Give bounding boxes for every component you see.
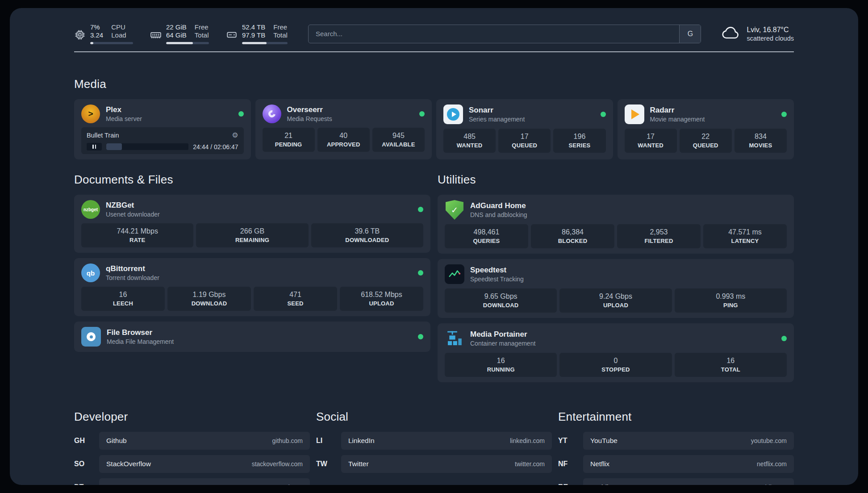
- bookmark-row: SO StackOverflow stackoverflow.com: [74, 455, 310, 473]
- search-provider-button[interactable]: G: [679, 25, 701, 43]
- radarr-icon: [625, 104, 644, 124]
- section-title-utilities: Utilities: [438, 173, 794, 187]
- bookmark-youtube[interactable]: YouTube youtube.com: [583, 432, 794, 450]
- now-playing-title: Bullet Train: [87, 132, 119, 139]
- service-card-speedtest[interactable]: Speedtest Speedtest Tracking 9.65 Gbps D…: [438, 259, 794, 318]
- bookmark-row: DT DEV dev.to: [74, 478, 310, 485]
- stat-label: STOPPED: [561, 366, 670, 373]
- bookmark-abbr: GH: [74, 437, 99, 445]
- section-title-documents: Documents & Files: [74, 173, 430, 187]
- seek-bar[interactable]: [106, 143, 188, 150]
- stat-tile: 485 WANTED: [443, 129, 496, 153]
- bookmark-abbr: YT: [558, 437, 583, 445]
- filebrowser-header: File Browser Media File Management: [81, 327, 423, 347]
- stat-value: 86,384: [533, 228, 613, 237]
- media-grid: > Plex Media server Bullet Train ⚙: [74, 99, 794, 159]
- stat-label: AVAILABLE: [374, 141, 423, 148]
- bookmark-linkedin[interactable]: LinkedIn linkedin.com: [341, 432, 552, 450]
- nzbget-icon: nzbget: [81, 200, 100, 219]
- portainer-icon: [445, 329, 464, 348]
- seek-bar-fill: [106, 143, 122, 150]
- bookmark-url: dev.to: [286, 484, 303, 485]
- search-bar: G: [308, 25, 701, 43]
- cpu-load-value: 3.24: [90, 31, 103, 39]
- qbittorrent-icon: qb: [81, 263, 100, 282]
- stat-label: BLOCKED: [533, 237, 613, 245]
- nzbget-icon-label: nzbget: [83, 207, 98, 212]
- bookmarks-developer: Developer GH Github github.com SO StackO…: [74, 410, 310, 485]
- service-card-adguard[interactable]: ✓ AdGuard Home DNS and adblocking 498,46…: [438, 195, 794, 254]
- stat-label: REMAINING: [198, 236, 306, 244]
- bookmark-stackoverflow[interactable]: StackOverflow stackoverflow.com: [99, 455, 310, 473]
- radarr-header: Radarr Movie management: [625, 104, 787, 124]
- section-title-social: Social: [316, 410, 552, 424]
- stat-label: WANTED: [626, 142, 675, 149]
- memory-free-value: 22 GiB: [166, 23, 187, 31]
- bookmark-abbr: DT: [74, 483, 99, 485]
- stat-label: LATENCY: [705, 237, 785, 245]
- disk-usage-bar: [242, 42, 288, 44]
- status-dot: [419, 111, 425, 117]
- stat-label: QUEUED: [681, 142, 730, 149]
- cpu-usage-bar-fill: [90, 42, 93, 44]
- stat-label: DOWNLOADED: [313, 236, 421, 244]
- service-card-qbittorrent[interactable]: qb qBittorrent Torrent downloader 16: [74, 258, 430, 316]
- memory-total-value: 64 GiB: [166, 31, 187, 39]
- disk-free-value: 52.4 TB: [242, 23, 265, 31]
- memory-total-label: Total: [195, 31, 209, 39]
- nzbget-header: nzbget NZBGet Usenet downloader: [81, 200, 423, 219]
- stat-value: 2,953: [619, 228, 699, 237]
- stat-tile: 1.19 Gbps DOWNLOAD: [167, 287, 251, 311]
- search-provider-label: G: [688, 30, 693, 38]
- weather-widget[interactable]: Lviv, 16.87°C scattered clouds: [721, 25, 794, 43]
- bookmark-name: Netflix: [590, 460, 609, 468]
- service-card-portainer[interactable]: Media Portainer Container management 16 …: [438, 323, 794, 382]
- bookmark-name: StackOverflow: [106, 460, 151, 468]
- service-card-filebrowser[interactable]: File Browser Media File Management: [74, 322, 430, 352]
- sonarr-icon: [443, 104, 463, 124]
- stat-label: QUEUED: [500, 142, 549, 149]
- stat-tile: 16 RUNNING: [445, 353, 557, 377]
- stat-value: 0.993 ms: [676, 292, 785, 301]
- service-card-nzbget[interactable]: nzbget NZBGet Usenet downloader 744.21 M…: [74, 195, 430, 253]
- disk-usage-bar-fill: [242, 42, 267, 44]
- search-input[interactable]: [308, 25, 701, 43]
- stat-label: DOWNLOAD: [447, 301, 555, 309]
- stat-label: WANTED: [445, 142, 494, 149]
- service-description: Container management: [470, 339, 535, 347]
- pause-button[interactable]: [87, 143, 102, 150]
- bookmark-name: Twitter: [348, 460, 369, 468]
- stat-value: 0: [561, 356, 670, 365]
- disk-total-label: Total: [273, 31, 288, 39]
- service-card-radarr[interactable]: Radarr Movie management 17 WANTED 22 QUE…: [618, 99, 794, 159]
- service-name: NZBGet: [106, 201, 160, 210]
- service-name: Speedtest: [470, 265, 524, 275]
- service-description: DNS and adblocking: [470, 211, 527, 219]
- stat-tile: 2,953 FILTERED: [617, 224, 701, 248]
- stat-value: 618.52 Mbps: [342, 290, 421, 299]
- bookmark-twitter[interactable]: Twitter twitter.com: [341, 455, 552, 473]
- status-dot: [418, 207, 423, 212]
- stat-value: 16: [447, 356, 555, 365]
- stat-value: 9.24 Gbps: [561, 292, 670, 301]
- qbittorrent-icon-label: qb: [87, 269, 95, 277]
- portainer-header: Media Portainer Container management: [445, 329, 787, 348]
- bookmark-reddit[interactable]: Reddit reddit.com: [583, 478, 794, 485]
- bookmark-name: DEV: [106, 483, 121, 485]
- stat-value: 9.65 Gbps: [447, 292, 555, 301]
- memory-usage-bar: [166, 42, 209, 44]
- bookmark-github[interactable]: Github github.com: [99, 432, 310, 450]
- stat-tile: 0.993 ms PING: [675, 288, 787, 313]
- service-description: Speedtest Tracking: [470, 275, 524, 283]
- top-bar: 7% 3.24 CPU Load: [74, 23, 794, 44]
- bookmark-dev[interactable]: DEV dev.to: [99, 478, 310, 485]
- service-card-sonarr[interactable]: Sonarr Series management 485 WANTED 17 Q…: [436, 99, 613, 159]
- stat-value: 39.6 TB: [313, 227, 421, 236]
- bookmark-netflix[interactable]: Netflix netflix.com: [583, 455, 794, 473]
- bookmark-row: GH Github github.com: [74, 432, 310, 450]
- service-card-overseerr[interactable]: Overseerr Media Requests 21 PENDING 40 A…: [255, 99, 432, 159]
- stat-tile: 16 TOTAL: [675, 353, 787, 377]
- gear-icon[interactable]: ⚙: [232, 131, 238, 139]
- service-card-plex[interactable]: > Plex Media server Bullet Train ⚙: [74, 99, 251, 159]
- stat-tile: 9.24 Gbps UPLOAD: [559, 288, 672, 313]
